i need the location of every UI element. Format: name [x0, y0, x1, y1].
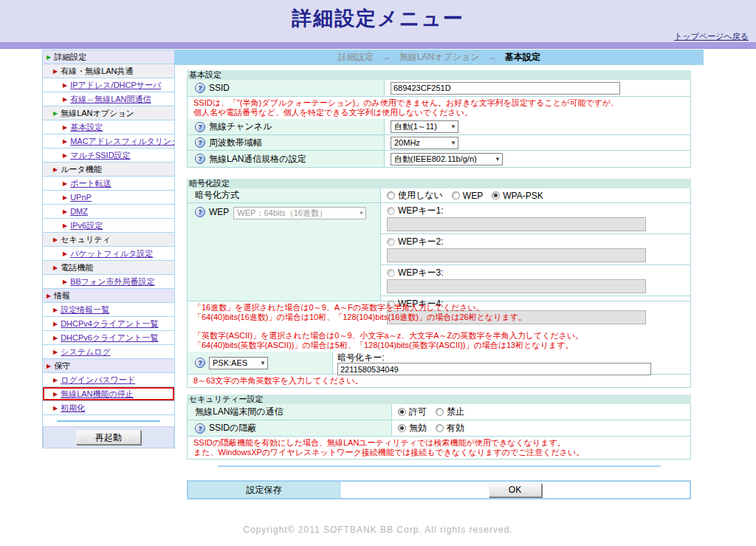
- radio-stealth-off[interactable]: [398, 424, 406, 432]
- radio-comm-allow[interactable]: [398, 408, 406, 416]
- sidebar-item-wired-wireless-bridge[interactable]: ▶有線⇔無線LAN間通信: [43, 92, 174, 106]
- ssid-stealth-label-cell: ? SSIDの隠蔽: [188, 420, 392, 436]
- triangle-icon: ▶: [63, 152, 67, 159]
- radio-wep-key-1: [387, 207, 395, 215]
- sidebar-item-packet-filter[interactable]: ▶パケットフィルタ設定: [43, 247, 174, 261]
- triangle-icon: ▶: [63, 138, 67, 145]
- sidebar-item-multi-ssid[interactable]: ▶マルチSSID設定: [43, 149, 174, 163]
- stealth-note: SSIDの隠蔽機能を有効にした場合、無線LANユーティリティでは検索機能が使用で…: [188, 437, 690, 459]
- triangle-icon: ▶: [63, 279, 67, 285]
- triangle-icon: ▶: [47, 293, 51, 299]
- header-divider-bar: [0, 42, 756, 49]
- triangle-icon: ▶: [53, 110, 58, 117]
- sidebar-item-dmz[interactable]: ▶DMZ: [43, 205, 174, 219]
- channel-select[interactable]: 自動(1～11): [391, 120, 458, 133]
- sidebar-item-dhcpv6-clients[interactable]: ▶DHCPv6クライアント一覧: [43, 331, 174, 345]
- help-icon[interactable]: ?: [195, 423, 205, 434]
- help-icon[interactable]: ?: [195, 122, 205, 132]
- sidebar-item-wireless-lan-options: ▶無線LANオプション: [43, 106, 174, 120]
- sidebar-item-ip-dhcp-server[interactable]: ▶IPアドレス/DHCPサーバ: [43, 78, 174, 92]
- security-settings-table: 無線LAN端末間の通信 許可 禁止 ? SSIDの隠蔽 無効 有効 SSIDの隠…: [187, 404, 691, 460]
- psk-type-select[interactable]: PSK:AES: [209, 357, 268, 369]
- encryption-method-label: 暗号化方式: [195, 189, 239, 202]
- sidebar-item-login-password[interactable]: ▶ログインパスワード: [43, 373, 174, 387]
- copyright-text: Copyright© 2011 SOFTBANK BB Corp. All ri…: [0, 525, 756, 535]
- ssid-stealth-label: SSIDの隠蔽: [209, 422, 256, 434]
- ok-button[interactable]: OK: [489, 483, 542, 497]
- sidebar-item-bbphone-area-code[interactable]: ▶BBフォン市外局番設定: [43, 275, 174, 289]
- help-icon[interactable]: ?: [195, 83, 205, 93]
- triangle-icon: ▶: [63, 82, 67, 89]
- psk-select-cell: ? PSK:AES: [188, 352, 333, 374]
- triangle-icon: ▶: [53, 166, 58, 173]
- radio-wpa-psk[interactable]: [492, 191, 500, 199]
- sidebar-item-ipv6[interactable]: ▶IPv6設定: [43, 219, 174, 233]
- encryption-method-label-cell: 暗号化方式: [188, 188, 381, 202]
- triangle-icon: ▶: [53, 307, 58, 313]
- bandwidth-select[interactable]: 20MHz: [391, 137, 458, 149]
- breadcrumb-arrow-icon: →: [488, 52, 497, 62]
- ssid-label: SSID: [209, 83, 230, 93]
- wep-type-select: WEP：64bits（16進数）: [233, 207, 366, 219]
- back-to-top-link[interactable]: トップページへ戻る: [674, 31, 749, 42]
- page-title: 詳細設定メニュー: [0, 5, 756, 32]
- radio-stealth-on[interactable]: [436, 424, 444, 432]
- radio-wep-key-3: [387, 269, 395, 277]
- sidebar-item-initialize[interactable]: ▶初期化: [43, 401, 174, 415]
- sidebar: ▶詳細設定 ▶有線・無線LAN共通 ▶IPアドレス/DHCPサーバ ▶有線⇔無線…: [42, 50, 175, 448]
- triangle-icon: ▶: [53, 236, 58, 243]
- wep-label: WEP: [209, 207, 229, 217]
- sidebar-item-system-log[interactable]: ▶システムログ: [43, 345, 174, 359]
- wep-select-cell: ? WEP WEP：64bits（16進数）: [188, 203, 381, 301]
- wep-key-3-group: WEPキー3:: [381, 265, 690, 296]
- radio-comm-deny[interactable]: [436, 408, 444, 416]
- radio-no-encryption[interactable]: [387, 191, 395, 199]
- psk-key-label: 暗号化キー:: [337, 352, 690, 363]
- triangle-icon: ▶: [53, 391, 58, 397]
- help-icon[interactable]: ?: [195, 207, 205, 217]
- save-settings-row: 設定保存 OK: [187, 480, 691, 499]
- page-header: 詳細設定メニュー トップページへ戻る: [0, 0, 756, 42]
- sidebar-item-stop-wireless-lan[interactable]: ▶無線LAN機能の停止: [43, 387, 174, 401]
- sidebar-item-mac-filtering[interactable]: ▶MACアドレスフィルタリング: [43, 134, 174, 149]
- breadcrumb-item: 詳細設定: [338, 52, 374, 62]
- terminal-comm-label: 無線LAN端末間の通信: [195, 406, 284, 418]
- triangle-icon: ▶: [63, 194, 67, 201]
- triangle-icon: ▶: [47, 54, 51, 61]
- help-icon[interactable]: ?: [195, 154, 205, 164]
- restart-button[interactable]: 再起動: [76, 430, 141, 445]
- sidebar-item-wired-wireless-common: ▶有線・無線LAN共通: [43, 64, 174, 78]
- sidebar-item-basic-settings[interactable]: ▶基本設定: [43, 120, 174, 134]
- sidebar-item-port-forwarding[interactable]: ▶ポート転送: [43, 177, 174, 191]
- radio-wep[interactable]: [452, 191, 460, 199]
- bandwidth-label-cell: ? 周波数帯域幅: [188, 135, 385, 150]
- help-icon[interactable]: ?: [195, 137, 205, 148]
- breadcrumb-current: 基本設定: [505, 52, 540, 62]
- restart-area: 再起動: [43, 426, 174, 448]
- sidebar-divider: [57, 420, 160, 422]
- bottom-divider: [218, 465, 661, 467]
- channel-label-cell: ? 無線チャンネル: [188, 119, 385, 134]
- security-settings-caption: セキュリティー設定: [187, 395, 691, 404]
- psk-key-input[interactable]: [337, 363, 651, 375]
- triangle-icon: ▶: [63, 250, 67, 257]
- triangle-icon: ▶: [63, 96, 67, 103]
- sidebar-item-upnp[interactable]: ▶UPnP: [43, 191, 174, 205]
- triangle-icon: ▶: [53, 377, 58, 383]
- radio-wep-key-2: [387, 238, 395, 246]
- triangle-icon: ▶: [53, 68, 58, 75]
- ssid-input[interactable]: [391, 82, 620, 95]
- triangle-icon: ▶: [53, 321, 58, 327]
- breadcrumb-item: 無線LANオプション: [399, 52, 480, 62]
- sidebar-item-information: ▶情報: [43, 289, 174, 303]
- wep-key-3-input: [387, 279, 646, 293]
- sidebar-item-dhcpv4-clients[interactable]: ▶DHCPv4クライアント一覧: [43, 317, 174, 331]
- help-icon[interactable]: ?: [195, 358, 205, 368]
- triangle-icon: ▶: [63, 124, 67, 131]
- encryption-settings-caption: 暗号化設定: [187, 179, 691, 188]
- sidebar-item-settings-list[interactable]: ▶設定情報一覧: [43, 303, 174, 317]
- triangle-icon: ▶: [63, 222, 67, 229]
- wep-key-2-input: [387, 248, 646, 262]
- standard-label: 無線LAN通信規格の設定: [209, 153, 306, 165]
- standard-select[interactable]: 自動(IEEE802.11b/g/n): [391, 153, 503, 165]
